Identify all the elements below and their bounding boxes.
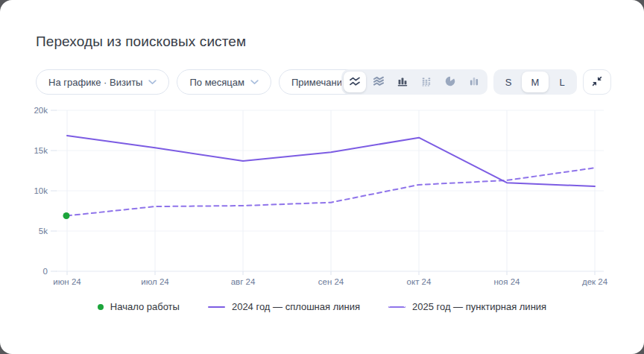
chart-type-stacked-bar-button[interactable]	[415, 72, 438, 92]
legend-start-marker-label: Начало работы	[110, 301, 180, 312]
x-axis-label: июл 24	[141, 277, 169, 286]
legend-item-2025: 2025 год — пунктирная линия	[388, 301, 546, 312]
legend-dashed-line-icon	[388, 306, 405, 308]
chart-size-switcher: S M L	[493, 69, 577, 95]
page-title: Переходы из поисковых систем	[36, 34, 246, 50]
chevron-down-icon	[148, 80, 157, 85]
chart-settings-cluster: S M L	[341, 69, 611, 95]
collapse-icon	[591, 75, 603, 89]
y-axis-label: 0	[43, 267, 48, 276]
column-chart-icon	[468, 75, 480, 89]
chart-type-pie-button[interactable]	[439, 72, 461, 92]
chevron-down-icon	[250, 80, 259, 85]
chart-type-bar-button[interactable]	[391, 72, 414, 92]
controls-row: На графике · Визиты По месяцам Примечани…	[36, 69, 611, 95]
legend-2024-label: 2024 год — сплошная линия	[232, 301, 360, 312]
size-m-button[interactable]: M	[522, 72, 549, 92]
x-axis-label: июн 24	[53, 277, 81, 286]
line-chart-svg: 05k10k15k20kиюн 24июл 24авг 24сен 24окт …	[0, 103, 644, 298]
legend-item-2024: 2024 год — сплошная линия	[208, 301, 360, 312]
metric-dropdown-label: На графике · Визиты	[48, 77, 142, 88]
x-axis-label: окт 24	[407, 277, 432, 286]
legend-green-dot-icon	[98, 304, 104, 310]
chart-area[interactable]: 05k10k15k20kиюн 24июл 24авг 24сен 24окт …	[0, 103, 644, 298]
x-axis-label: авг 24	[231, 277, 256, 286]
metric-dropdown[interactable]: На графике · Визиты	[36, 69, 169, 95]
notes-button-label: Примечания	[291, 77, 347, 88]
chart-type-column-button[interactable]	[463, 72, 485, 92]
analytics-card: Переходы из поисковых систем На графике …	[0, 0, 644, 354]
area-chart-icon	[373, 75, 385, 89]
legend-solid-line-icon	[208, 306, 225, 308]
y-axis-label: 15k	[34, 146, 48, 155]
size-l-button[interactable]: L	[549, 72, 575, 92]
chart-legend: Начало работы 2024 год — сплошная линия …	[0, 301, 644, 312]
x-axis-label: ноя 24	[494, 277, 521, 286]
chart-type-area-button[interactable]	[367, 72, 390, 92]
bar-chart-icon	[397, 75, 408, 89]
stacked-bar-chart-icon	[420, 75, 432, 89]
period-dropdown-label: По месяцам	[189, 77, 244, 88]
size-s-button[interactable]: S	[495, 72, 522, 92]
legend-2025-label: 2025 год — пунктирная линия	[412, 301, 546, 312]
y-axis-label: 20k	[34, 106, 48, 115]
chart-type-line-button[interactable]	[344, 72, 366, 92]
y-axis-label: 10k	[34, 186, 48, 195]
legend-item-start-marker: Начало работы	[98, 301, 180, 312]
x-axis-label: сен 24	[318, 277, 344, 286]
filter-buttons: На графике · Визиты По месяцам Примечани…	[36, 69, 360, 95]
pie-chart-icon	[444, 75, 456, 89]
line-chart-icon	[349, 75, 361, 89]
y-axis-label: 5k	[39, 227, 48, 236]
x-axis-label: дек 24	[582, 277, 608, 286]
period-dropdown[interactable]: По месяцам	[177, 69, 271, 95]
chart-type-switcher	[341, 69, 487, 95]
collapse-button[interactable]	[583, 69, 611, 95]
start-marker-dot	[63, 212, 70, 219]
